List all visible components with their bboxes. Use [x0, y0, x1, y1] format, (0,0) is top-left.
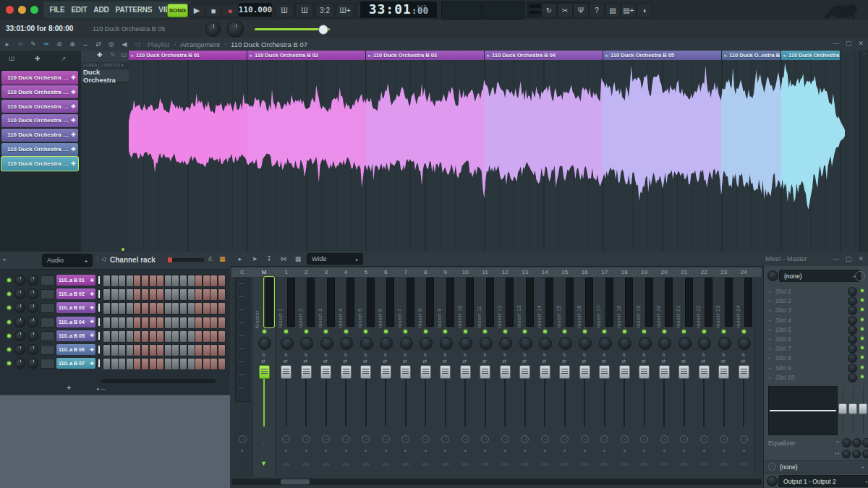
audio-clip[interactable]: ⇤110 Duck O..estra B 06	[722, 51, 780, 60]
strip-route-icon[interactable]	[739, 463, 748, 466]
step-cell[interactable]	[179, 302, 187, 314]
strip-clock-icon[interactable]: ◔	[660, 435, 668, 443]
strip-pan-knob[interactable]	[658, 337, 671, 350]
fx-slot-row[interactable]: ▸Slot 10	[765, 372, 867, 382]
strip-clock-icon[interactable]: ◔	[621, 435, 629, 443]
mixer-col-master[interactable]: M	[253, 269, 275, 275]
mixer-col-number[interactable]: 24	[734, 269, 754, 275]
strip-clock-icon[interactable]: ◔	[382, 435, 390, 443]
step-cell[interactable]	[210, 358, 218, 370]
mixer-strip[interactable]: Insert 4⇅⇄◔	[336, 278, 357, 477]
mixer-strip[interactable]: Insert 14⇅⇄◔	[535, 278, 556, 477]
fader-handle[interactable]	[281, 365, 292, 379]
step-cell[interactable]	[141, 330, 149, 343]
channel-display[interactable]	[41, 275, 55, 286]
delete-icon[interactable]: ⊘	[54, 39, 65, 49]
mixer-col-number[interactable]: 7	[396, 269, 416, 275]
step-cell[interactable]	[103, 275, 111, 287]
main-pitch-knob[interactable]	[205, 22, 221, 37]
strip-enable-led[interactable]	[642, 330, 646, 333]
output-knob[interactable]	[767, 476, 778, 487]
window-zoom-button[interactable]	[30, 6, 38, 14]
slot-mix-knob[interactable]	[848, 316, 857, 325]
strip-clock-icon[interactable]: ◔	[422, 435, 430, 443]
strip-pan-knob[interactable]	[300, 337, 313, 350]
step-cell[interactable]	[103, 344, 111, 356]
channel-volume-knob[interactable]	[27, 330, 38, 341]
picker-patterns-icon[interactable]: Ш	[9, 55, 14, 62]
step-cell[interactable]	[156, 317, 164, 329]
step-cell[interactable]	[118, 288, 126, 301]
mixer-col-number[interactable]: 19	[634, 269, 655, 275]
step-cell[interactable]	[103, 317, 111, 329]
play-button[interactable]: ▶	[188, 4, 205, 17]
playlist-minimize-icon[interactable]: —	[833, 40, 839, 47]
step-cell[interactable]	[164, 302, 172, 314]
strip-pan-knob[interactable]	[380, 337, 393, 350]
strip-enable-led[interactable]	[702, 330, 706, 333]
pencil-icon[interactable]: ✎	[27, 39, 39, 49]
fader-handle[interactable]	[579, 365, 590, 379]
strip-pan-knob[interactable]	[579, 337, 592, 350]
mixer-strip[interactable]: Insert 11⇅⇄◔	[475, 278, 496, 477]
strip-enable-led[interactable]	[443, 330, 447, 333]
strip-route-icon[interactable]	[720, 463, 728, 466]
menu-item-patterns[interactable]: PATTERNS	[112, 6, 156, 14]
channel-display[interactable]	[41, 317, 55, 328]
fx-slot-row[interactable]: ▸Slot 6	[765, 334, 867, 343]
strip-clock-icon[interactable]: ◔	[740, 435, 748, 443]
swing-handle[interactable]	[168, 257, 172, 262]
fx-slot-row[interactable]: ▸Slot 7	[765, 343, 867, 353]
fader-handle[interactable]	[678, 365, 689, 379]
channel-enable-led[interactable]	[7, 278, 11, 282]
step-cell[interactable]	[118, 275, 126, 287]
strip-clock-icon[interactable]: ◔	[441, 435, 449, 443]
strip-enable-led[interactable]	[663, 330, 666, 333]
channel-button[interactable]: 110..a B 05✚	[56, 330, 95, 341]
strip-enable-led[interactable]	[324, 330, 328, 333]
eq-fader-handle[interactable]	[848, 403, 857, 414]
clip-source-item[interactable]: 110 Duck Orchestra B 03✚	[1, 100, 78, 114]
mixer-col-number[interactable]: 1	[276, 269, 297, 275]
step-cell[interactable]	[156, 302, 164, 314]
playlist-close-icon[interactable]: ✕	[858, 40, 864, 47]
menu-item-edit[interactable]: EDIT	[68, 6, 90, 14]
step-cell[interactable]	[126, 344, 134, 356]
mixer-strip[interactable]: Insert 17⇅⇄◔	[595, 278, 616, 477]
swing-slider[interactable]	[168, 258, 204, 262]
strip-pan-knob[interactable]	[599, 337, 612, 350]
fader-handle[interactable]	[699, 365, 710, 379]
step-cell[interactable]	[171, 358, 179, 370]
mixer-strip[interactable]: Insert 22⇅⇄◔	[694, 278, 715, 477]
step-cell[interactable]	[133, 275, 141, 287]
step-cell[interactable]	[149, 317, 157, 329]
strip-route-icon[interactable]	[401, 463, 410, 466]
step-cell[interactable]	[141, 302, 149, 314]
breadcrumb-selection[interactable]: 110 Duck Orchestra B 07	[231, 40, 307, 48]
strip-route-icon[interactable]	[580, 463, 589, 466]
mixer-strip[interactable]: Insert 5⇅⇄◔	[356, 278, 377, 477]
channel-button[interactable]: 110..a B 02✚	[56, 288, 95, 299]
mixer-col-number[interactable]: 5	[356, 269, 376, 275]
mixer-col-number[interactable]: 4	[336, 269, 357, 275]
mixer-col-number[interactable]: 8	[416, 269, 436, 275]
mixer-menu-icon[interactable]: ▸	[234, 254, 246, 264]
step-cell[interactable]	[179, 344, 187, 356]
step-cell[interactable]	[218, 344, 226, 356]
strip-enable-led[interactable]	[623, 330, 626, 333]
mixer-col-number[interactable]: 11	[475, 269, 495, 275]
fader-handle[interactable]	[420, 365, 431, 379]
mixer-strip[interactable]: Insert 7⇅⇄◔	[396, 278, 417, 477]
mixer-close-icon[interactable]: ✕	[858, 255, 864, 262]
strip-clock-icon[interactable]: ◔	[481, 435, 489, 443]
strip-enable-led[interactable]	[543, 330, 547, 333]
step-cell[interactable]	[126, 330, 134, 343]
mixer-strip[interactable]: Insert 8⇅⇄◔	[416, 278, 437, 477]
step-cell[interactable]	[210, 288, 218, 301]
fader-handle[interactable]	[301, 365, 312, 379]
fader-handle[interactable]	[718, 365, 729, 379]
mixer-h-scrollbar[interactable]	[231, 479, 762, 485]
step-cell[interactable]	[111, 330, 119, 343]
strip-enable-led[interactable]	[563, 330, 566, 333]
slot-enable-led[interactable]	[861, 289, 864, 292]
